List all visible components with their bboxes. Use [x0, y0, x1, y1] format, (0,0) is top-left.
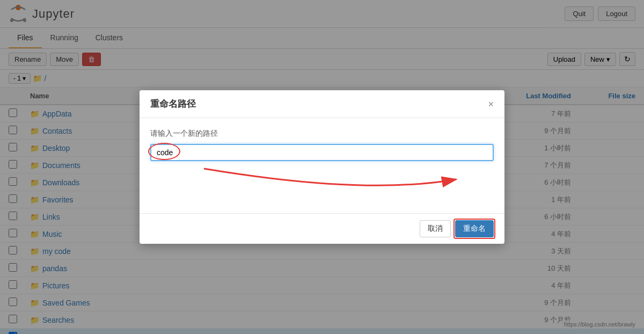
modal-overlay: 重命名路径 × 请输入一个新的路径 取消 重命名: [0, 0, 644, 334]
modal-close-button[interactable]: ×: [488, 99, 494, 109]
rename-modal: 重命名路径 × 请输入一个新的路径 取消 重命名: [140, 90, 504, 244]
cancel-button[interactable]: 取消: [420, 220, 451, 237]
modal-title: 重命名路径: [150, 98, 196, 110]
arrow-annotation: [150, 163, 494, 201]
rename-confirm-button[interactable]: 重命名: [455, 220, 494, 237]
new-path-input[interactable]: [150, 144, 494, 161]
modal-footer: 取消 重命名: [140, 213, 504, 244]
input-wrapper: [150, 144, 494, 161]
modal-instruction: 请输入一个新的路径: [150, 129, 494, 139]
modal-body: 请输入一个新的路径: [140, 118, 504, 213]
rename-button-wrapper: 重命名: [455, 220, 494, 237]
modal-header: 重命名路径 ×: [140, 90, 504, 118]
